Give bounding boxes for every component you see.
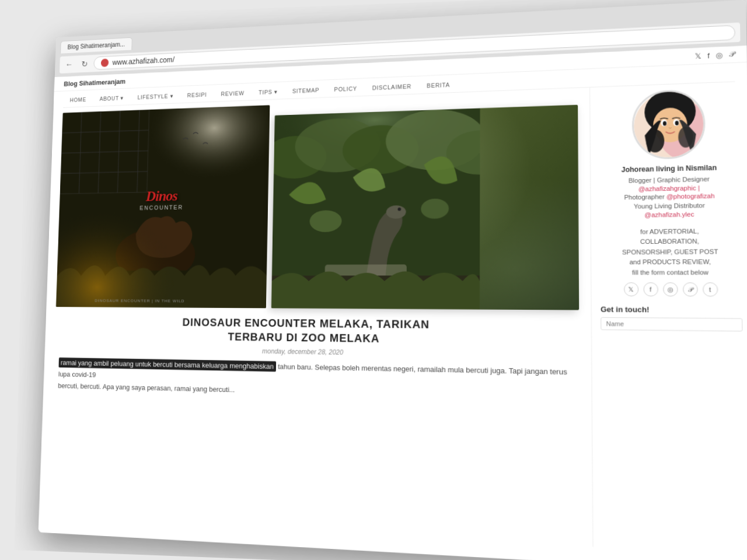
post-title-line1: DINOSAUR ENCOUNTER MELAKA, TARIKAN [182,316,430,331]
get-in-touch-title: Get in touch! [601,305,742,315]
excerpt-part4: bercuti, bercuti. Apa yang saya perasan,… [58,382,235,394]
nav-sitemap[interactable]: SITEMAP [285,82,327,99]
post-image-right [271,105,579,310]
nav-home[interactable]: HOME [63,92,93,107]
address-text: www.azhafizah.com/ [112,55,174,66]
dino-jungle-svg [271,108,480,310]
nav-about[interactable]: ABOUT ▾ [93,90,131,106]
nav-disclaimer[interactable]: DISCLAIMER [365,78,419,96]
nav-lifestyle[interactable]: LIFESTYLE ▾ [131,89,181,105]
author-link3[interactable]: @azhafizah.ylec [600,210,741,219]
contact-name-input[interactable] [601,317,742,331]
post-images: DINOSAUR ENCOUNTER | IN THE WILD Dinos E… [56,93,579,310]
browser-tab[interactable]: Blog Sihatimeranjam... [60,37,132,54]
author-link2[interactable]: @photografizah [666,192,715,200]
post-title: DINOSAUR ENCOUNTER MELAKA, TARIKAN TERBA… [55,314,580,349]
nav-tips[interactable]: TIPS ▾ [252,84,285,100]
collab-section: for ADVERTORIAL, COLLABORATION, SPONSORS… [600,226,742,278]
blog-title: Blog Sihatimeranjam [64,77,125,88]
dino-left-background: DINOSAUR ENCOUNTER | IN THE WILD Dinos E… [56,105,270,308]
dino-subtitle-text: ENCOUNTER [139,204,183,211]
nav-review[interactable]: REVIEW [214,85,252,102]
post-title-line2: TERBARU DI ZOO MELAKA [228,331,379,345]
pinterest-icon-sidebar[interactable]: 𝒫 [682,283,697,297]
dino-title-overlay: Dinos ENCOUNTER [139,187,184,211]
pinterest-icon-top[interactable]: 𝒫 [729,50,735,59]
tab-title: Blog Sihatimeranjam... [67,41,125,51]
excerpt-highlighted: ramai yang ambil peluang untuk bercuti b… [58,358,275,372]
website-content: Blog Sihatimeranjam 𝕏 f ◎ 𝒫 HOME ABOUT ▾… [39,46,747,560]
collab-text: for ADVERTORIAL, COLLABORATION, SPONSORS… [600,226,742,278]
instagram-icon-top[interactable]: ◎ [715,51,722,60]
refresh-button[interactable]: ↻ [78,58,90,71]
sidebar: Johorean living in Nismilan Blogger | Gr… [589,82,747,556]
site-main: DINOSAUR ENCOUNTER | IN THE WILD Dinos E… [39,82,747,556]
back-button[interactable]: ← [64,58,75,71]
twitter-icon-sidebar[interactable]: 𝕏 [624,282,638,296]
facebook-icon-top[interactable]: f [707,51,710,60]
article-area: DINOSAUR ENCOUNTER | IN THE WILD Dinos E… [39,88,593,547]
nav-berita[interactable]: BERITA [419,77,458,94]
tumblr-icon-sidebar[interactable]: t [703,283,718,297]
nav-resipi[interactable]: RESIPI [180,87,214,103]
dino-brand-text: Dinos [139,187,183,205]
author-section: Johorean living in Nismilan Blogger | Gr… [599,88,741,219]
favicon-icon [101,58,109,66]
post-image-left: DINOSAUR ENCOUNTER | IN THE WILD Dinos E… [56,105,270,308]
author-avatar-svg [633,90,706,160]
twitter-icon-top[interactable]: 𝕏 [695,51,701,60]
svg-text:DINOSAUR ENCOUNTER | IN THE WI: DINOSAUR ENCOUNTER | IN THE WILD [95,299,184,304]
nav-policy[interactable]: POLICY [327,80,365,97]
excerpt-part2: tahun baru. [278,362,313,371]
author-location: Johorean living in Nismilan [599,163,739,174]
social-icons-top: 𝕏 f ◎ 𝒫 [695,50,735,61]
author-avatar [631,89,706,160]
post-excerpt: ramai yang ambil peluang untuk bercuti b… [53,357,580,405]
dino-right-background [271,105,579,310]
facebook-icon-sidebar[interactable]: f [643,282,658,296]
instagram-icon-sidebar[interactable]: ◎ [663,282,678,296]
social-sidebar: 𝕏 f ◎ 𝒫 t [601,282,742,297]
